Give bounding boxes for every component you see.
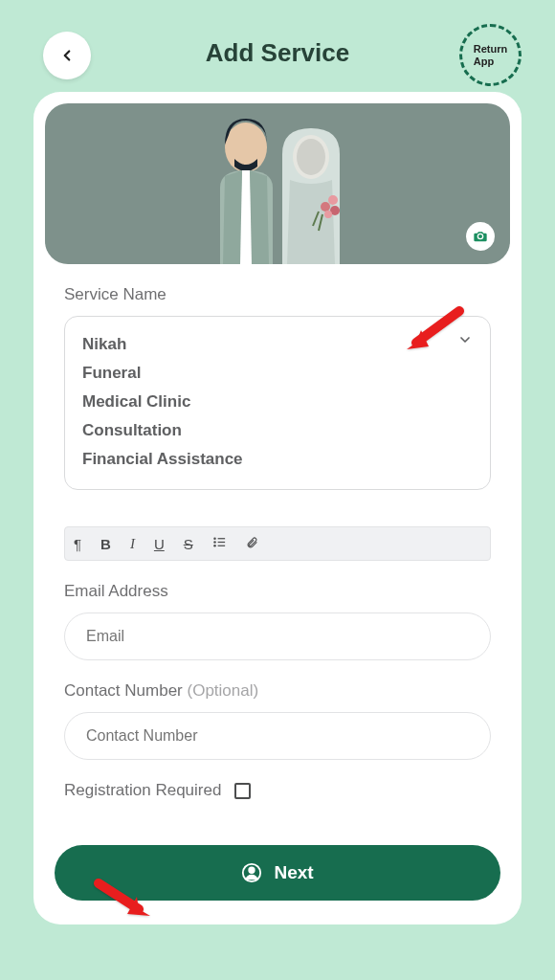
registration-checkbox[interactable]: [234, 783, 251, 799]
svg-rect-12: [217, 546, 225, 546]
change-image-button[interactable]: [466, 222, 495, 251]
svg-point-11: [213, 545, 216, 547]
svg-point-2: [297, 139, 325, 175]
list-icon[interactable]: [210, 535, 230, 552]
couple-illustration: [177, 103, 378, 264]
hero-image: [45, 103, 510, 264]
next-label: Next: [274, 862, 313, 883]
editor-toolbar: ¶ B I U S: [64, 526, 491, 561]
attachment-icon[interactable]: [243, 536, 261, 552]
registration-row: Registration Required: [64, 781, 491, 800]
dropdown-option-consultation[interactable]: Consultation: [82, 416, 473, 445]
italic-icon[interactable]: I: [127, 536, 138, 552]
strikethrough-icon[interactable]: S: [181, 536, 196, 552]
svg-point-7: [213, 538, 216, 541]
svg-point-3: [321, 202, 330, 212]
svg-point-9: [213, 541, 216, 544]
email-field[interactable]: [64, 612, 491, 660]
chevron-left-icon: [58, 47, 76, 64]
svg-rect-10: [217, 542, 225, 543]
registration-label: Registration Required: [64, 781, 221, 800]
dropdown-option-funeral[interactable]: Funeral: [82, 359, 473, 388]
annotation-arrow-next: [91, 876, 158, 927]
app-frame: Add Service Return App: [0, 0, 555, 980]
camera-icon: [473, 229, 488, 244]
dropdown-option-financial[interactable]: Financial Assistance: [82, 445, 473, 474]
svg-point-14: [250, 868, 255, 874]
svg-rect-8: [217, 538, 225, 539]
bold-icon[interactable]: B: [98, 536, 114, 552]
paragraph-icon[interactable]: ¶: [71, 536, 84, 552]
back-button[interactable]: [43, 32, 91, 79]
contact-field[interactable]: [64, 712, 491, 760]
header: Add Service Return App: [33, 24, 522, 68]
svg-point-4: [328, 195, 338, 205]
svg-point-6: [324, 211, 332, 218]
editor-content[interactable]: [64, 490, 491, 526]
contact-label: Contact Number (Optional): [64, 681, 491, 701]
underline-icon[interactable]: U: [151, 536, 167, 552]
annotation-arrow-dropdown: [402, 306, 469, 358]
page-title: Add Service: [206, 38, 349, 68]
email-label: Email Address: [64, 582, 491, 601]
return-app-button[interactable]: Return App: [459, 24, 522, 86]
form-card: Service Name Nikah Funeral Medical Clini…: [33, 92, 522, 924]
dropdown-option-medical[interactable]: Medical Clinic: [82, 388, 473, 416]
next-icon: [241, 862, 262, 883]
service-name-label: Service Name: [64, 285, 491, 304]
